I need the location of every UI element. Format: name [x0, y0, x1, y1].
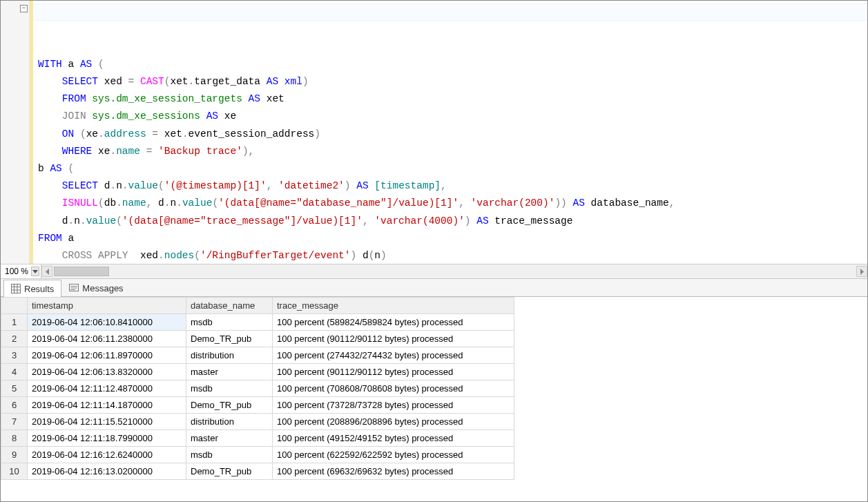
grid-cell[interactable]: 100 percent (69632/69632 bytes) processe…	[273, 463, 514, 480]
row-header[interactable]: 2	[1, 331, 28, 347]
code-line[interactable]: SELECT d.n.value('(@timestamp)[1]', 'dat…	[38, 177, 867, 195]
table-row[interactable]: 52019-06-04 12:11:12.4870000msdb100 perc…	[1, 380, 514, 397]
row-header[interactable]: 9	[1, 447, 28, 463]
code-line[interactable]: JOIN sys.dm_xe_sessions AS xe	[38, 108, 867, 125]
tab-results-label: Results	[24, 284, 54, 294]
grid-cell[interactable]: master	[186, 364, 273, 380]
table-row[interactable]: 72019-06-04 12:11:15.5210000distribution…	[1, 414, 514, 430]
scroll-thumb[interactable]	[54, 267, 109, 276]
table-row[interactable]: 102019-06-04 12:16:13.0200000Demo_TR_pub…	[1, 463, 514, 480]
sql-editor[interactable]: WITH a AS ( SELECT xed = CAST(xet.target…	[30, 1, 867, 264]
table-row[interactable]: 82019-06-04 12:11:18.7990000master100 pe…	[1, 430, 514, 447]
row-header[interactable]: 6	[1, 397, 28, 414]
results-tabs: Results Messages	[1, 279, 867, 297]
grid-cell[interactable]: 2019-06-04 12:11:15.5210000	[28, 414, 186, 430]
row-header[interactable]: 10	[1, 463, 28, 480]
grid-cell[interactable]: msdb	[186, 314, 273, 331]
fold-toggle-icon[interactable]: −	[20, 5, 28, 12]
code-line[interactable]: WITH a AS (	[38, 56, 867, 73]
grid-cell[interactable]: 100 percent (274432/274432 bytes) proces…	[273, 347, 514, 364]
zoom-value: 100 %	[5, 267, 28, 276]
grid-cell[interactable]: Demo_TR_pub	[186, 463, 273, 480]
grid-cell[interactable]: 2019-06-04 12:11:12.4870000	[28, 380, 186, 397]
grid-cell[interactable]: Demo_TR_pub	[186, 331, 273, 347]
editor-hscrollbar[interactable]	[41, 266, 867, 277]
col-header-timestamp[interactable]: timestamp	[28, 298, 186, 314]
grid-cell[interactable]: 100 percent (208896/208896 bytes) proces…	[273, 414, 514, 430]
code-line[interactable]: CROSS APPLY xed.nodes('/RingBufferTarget…	[38, 247, 867, 264]
grid-cell[interactable]: 100 percent (49152/49152 bytes) processe…	[273, 430, 514, 447]
table-row[interactable]: 32019-06-04 12:06:11.8970000distribution…	[1, 347, 514, 364]
grid-corner[interactable]	[1, 298, 28, 314]
grid-cell[interactable]: msdb	[186, 380, 273, 397]
grid-cell[interactable]: 100 percent (90112/90112 bytes) processe…	[273, 364, 514, 380]
code-line[interactable]: ON (xe.address = xet.event_session_addre…	[38, 126, 867, 143]
grid-cell[interactable]: master	[186, 430, 273, 447]
row-header[interactable]: 8	[1, 430, 28, 447]
grid-cell[interactable]: 2019-06-04 12:06:13.8320000	[28, 364, 186, 380]
row-header[interactable]: 7	[1, 414, 28, 430]
tab-results[interactable]: Results	[3, 280, 61, 297]
grid-icon	[11, 284, 21, 293]
code-line[interactable]: ISNULL(db.name, d.n.value('(data[@name="…	[38, 195, 867, 212]
editor-status-bar: 100 %	[1, 264, 867, 279]
change-indicator	[30, 1, 33, 264]
table-row[interactable]: 42019-06-04 12:06:13.8320000master100 pe…	[1, 364, 514, 380]
grid-cell[interactable]: 2019-06-04 12:06:11.2380000	[28, 331, 186, 347]
grid-cell[interactable]: 2019-06-04 12:16:13.0200000	[28, 463, 186, 480]
zoom-combo[interactable]: 100 %	[1, 264, 41, 278]
code-line[interactable]: d.n.value('(data[@name="trace_message"]/…	[38, 213, 867, 230]
row-header[interactable]: 4	[1, 364, 28, 380]
code-line[interactable]: WHERE xe.name = 'Backup trace'),	[38, 143, 867, 160]
grid-cell[interactable]: 100 percent (622592/622592 bytes) proces…	[273, 447, 514, 463]
results-grid[interactable]: timestamp database_name trace_message 12…	[1, 297, 514, 480]
results-pane: timestamp database_name trace_message 12…	[1, 297, 867, 501]
editor-gutter: −	[1, 1, 30, 264]
grid-cell[interactable]: Demo_TR_pub	[186, 397, 273, 414]
grid-header-row: timestamp database_name trace_message	[1, 298, 514, 314]
tab-messages[interactable]: Messages	[61, 279, 131, 296]
row-header[interactable]: 3	[1, 347, 28, 364]
table-row[interactable]: 22019-06-04 12:06:11.2380000Demo_TR_pub1…	[1, 331, 514, 347]
svg-rect-0	[12, 284, 21, 293]
tab-messages-label: Messages	[82, 283, 123, 293]
grid-cell[interactable]: msdb	[186, 447, 273, 463]
table-row[interactable]: 12019-06-04 12:06:10.8410000msdb100 perc…	[1, 314, 514, 331]
messages-icon	[69, 283, 79, 293]
code-line[interactable]: b AS (	[38, 160, 867, 177]
grid-cell[interactable]: distribution	[186, 347, 273, 364]
current-line-highlight	[30, 3, 867, 21]
grid-cell[interactable]: 100 percent (708608/708608 bytes) proces…	[273, 380, 514, 397]
code-line[interactable]: SELECT xed = CAST(xet.target_data AS xml…	[38, 73, 867, 90]
col-header-database-name[interactable]: database_name	[186, 298, 273, 314]
editor-pane: − WITH a AS ( SELECT xed = CAST(xet.targ…	[1, 1, 867, 264]
row-header[interactable]: 1	[1, 314, 28, 331]
grid-cell[interactable]: 2019-06-04 12:06:10.8410000	[28, 314, 186, 331]
grid-cell[interactable]: 100 percent (589824/589824 bytes) proces…	[273, 314, 514, 331]
grid-cell[interactable]: 2019-06-04 12:06:11.8970000	[28, 347, 186, 364]
row-header[interactable]: 5	[1, 380, 28, 397]
code-line[interactable]: FROM a	[38, 230, 867, 247]
grid-cell[interactable]: 100 percent (90112/90112 bytes) processe…	[273, 331, 514, 347]
fold-strip: −	[18, 1, 29, 264]
scroll-left-icon[interactable]	[41, 266, 52, 277]
table-row[interactable]: 92019-06-04 12:16:12.6240000msdb100 perc…	[1, 447, 514, 463]
col-header-trace-message[interactable]: trace_message	[273, 298, 514, 314]
zoom-dropdown-icon[interactable]	[31, 267, 39, 276]
scroll-right-icon[interactable]	[856, 266, 867, 277]
code-line[interactable]: FROM sys.dm_xe_session_targets AS xet	[38, 90, 867, 108]
grid-cell[interactable]: 2019-06-04 12:16:12.6240000	[28, 447, 186, 463]
ssms-window: − WITH a AS ( SELECT xed = CAST(xet.targ…	[0, 0, 868, 502]
table-row[interactable]: 62019-06-04 12:11:14.1870000Demo_TR_pub1…	[1, 397, 514, 414]
grid-cell[interactable]: 100 percent (73728/73728 bytes) processe…	[273, 397, 514, 414]
grid-cell[interactable]: distribution	[186, 414, 273, 430]
grid-cell[interactable]: 2019-06-04 12:11:14.1870000	[28, 397, 186, 414]
grid-cell[interactable]: 2019-06-04 12:11:18.7990000	[28, 430, 186, 447]
